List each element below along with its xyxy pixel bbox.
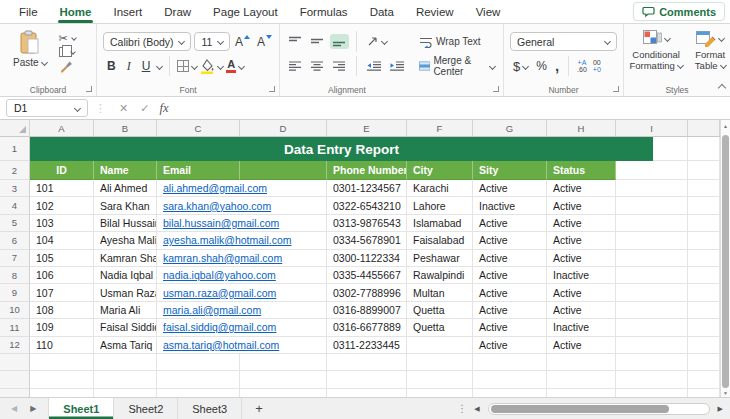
- cell-I-11[interactable]: [616, 319, 688, 336]
- sheet-tab-sheet3[interactable]: Sheet3: [178, 398, 242, 419]
- orientation-button[interactable]: [364, 34, 390, 49]
- cell-city-3[interactable]: Karachi: [407, 180, 473, 197]
- cell-name-4[interactable]: Sara Khan: [94, 197, 157, 214]
- cell-phone-8[interactable]: 0335-4455667: [327, 267, 407, 284]
- row-header-7[interactable]: 7: [0, 250, 30, 267]
- email-link-6[interactable]: ayesha.malik@hotmail.com: [157, 232, 327, 249]
- sheet-nav-right-icon[interactable]: ▶: [30, 404, 36, 413]
- fx-icon[interactable]: fx: [159, 101, 168, 116]
- hscroll-right-icon[interactable]: ▶: [718, 405, 723, 413]
- decrease-decimal-button[interactable]: 00+0: [591, 59, 603, 73]
- cell-city-10[interactable]: Quetta: [407, 302, 473, 319]
- empty-cell[interactable]: [473, 371, 547, 388]
- formula-input[interactable]: [176, 97, 724, 119]
- empty-cell[interactable]: [688, 389, 720, 397]
- column-header-A[interactable]: A: [30, 120, 94, 136]
- cell-phone-10[interactable]: 0316-8899007: [327, 302, 407, 319]
- align-right-button[interactable]: [330, 59, 349, 74]
- cell-name-12[interactable]: Asma Tariq: [94, 337, 157, 354]
- cell-status-7[interactable]: Active: [547, 250, 616, 267]
- column-header-G[interactable]: G: [473, 120, 547, 136]
- font-dialog-launcher[interactable]: [269, 86, 275, 92]
- cell-id-6[interactable]: 104: [30, 232, 94, 249]
- cell-id-8[interactable]: 106: [30, 267, 94, 284]
- menu-tab-file[interactable]: File: [8, 0, 49, 23]
- cell-sity-10[interactable]: Active: [473, 302, 547, 319]
- cell-name-9[interactable]: Usman Raza: [94, 284, 157, 301]
- comma-format-button[interactable]: ,: [552, 61, 562, 71]
- cell-I-7[interactable]: [616, 250, 688, 267]
- vertical-scrollbar-thumb[interactable]: [722, 135, 729, 388]
- row-header-11[interactable]: 11: [0, 319, 30, 336]
- empty-cell[interactable]: [157, 389, 240, 397]
- cell-I-6[interactable]: [616, 232, 688, 249]
- cell-partial-6[interactable]: [688, 232, 720, 249]
- paste-button[interactable]: Paste: [6, 29, 54, 75]
- cell-id-7[interactable]: 105: [30, 250, 94, 267]
- menu-tab-data[interactable]: Data: [359, 0, 405, 23]
- row-header-3[interactable]: 3: [0, 180, 30, 197]
- cell-sity-4[interactable]: Inactive: [473, 197, 547, 214]
- cell-partial-12[interactable]: [688, 337, 720, 354]
- empty-cell[interactable]: [327, 354, 407, 371]
- cell-name-10[interactable]: Maria Ali: [94, 302, 157, 319]
- header-cell-City[interactable]: City: [407, 161, 473, 180]
- merge-center-button[interactable]: Merge & Center: [416, 53, 498, 79]
- cell-phone-4[interactable]: 0322-6543210: [327, 197, 407, 214]
- cell-sity-5[interactable]: Active: [473, 215, 547, 232]
- cell-status-5[interactable]: Active: [547, 215, 616, 232]
- empty-cell[interactable]: [407, 389, 473, 397]
- menu-tab-view[interactable]: View: [465, 0, 512, 23]
- email-link-3[interactable]: ali.ahmed@gmail.com: [157, 180, 327, 197]
- number-format-select[interactable]: General: [510, 32, 617, 51]
- cell-partial-1[interactable]: [688, 137, 720, 161]
- empty-cell[interactable]: [407, 371, 473, 388]
- empty-cell[interactable]: [240, 371, 327, 388]
- percent-format-button[interactable]: %: [533, 57, 550, 75]
- align-left-button[interactable]: [286, 59, 305, 74]
- row-header-1[interactable]: 1: [0, 137, 30, 161]
- email-link-8[interactable]: nadia.iqbal@yahoo.com: [157, 267, 327, 284]
- header-cell-ID[interactable]: ID: [30, 161, 94, 180]
- cell-partial-7[interactable]: [688, 250, 720, 267]
- cell-phone-5[interactable]: 0313-9876543: [327, 215, 407, 232]
- row-header-10[interactable]: 10: [0, 302, 30, 319]
- empty-cell[interactable]: [473, 354, 547, 371]
- cell-city-9[interactable]: Multan: [407, 284, 473, 301]
- title-cell[interactable]: Data Entry Report: [30, 137, 653, 161]
- chevron-down-icon[interactable]: [238, 62, 245, 69]
- cell-phone-12[interactable]: 0311-2233445: [327, 337, 407, 354]
- cell-sity-7[interactable]: Active: [473, 250, 547, 267]
- empty-cell[interactable]: [240, 354, 327, 371]
- cell-phone-11[interactable]: 0316-6677889: [327, 319, 407, 336]
- header-cell-Name[interactable]: Name: [94, 161, 157, 180]
- name-box[interactable]: D1: [6, 99, 88, 117]
- cell-partial-3[interactable]: [688, 180, 720, 197]
- cell-partial-5[interactable]: [688, 215, 720, 232]
- cell-partial-4[interactable]: [688, 197, 720, 214]
- row-header-2[interactable]: 2: [0, 161, 30, 180]
- chevron-down-icon[interactable]: [217, 62, 224, 69]
- cancel-icon[interactable]: ✕: [119, 102, 128, 115]
- cell-status-8[interactable]: Inactive: [547, 267, 616, 284]
- empty-cell[interactable]: [157, 354, 240, 371]
- cell-name-11[interactable]: Faisal Siddiq: [94, 319, 157, 336]
- clipboard-dialog-launcher[interactable]: [86, 86, 92, 92]
- align-center-button[interactable]: [308, 59, 327, 74]
- cell-name-7[interactable]: Kamran Shah: [94, 250, 157, 267]
- menu-tab-insert[interactable]: Insert: [102, 0, 153, 23]
- align-top-button[interactable]: [286, 34, 305, 49]
- fill-color-button[interactable]: [200, 59, 215, 74]
- cell-id-11[interactable]: 109: [30, 319, 94, 336]
- column-header-E[interactable]: E: [327, 120, 407, 136]
- sheet-tab-sheet1[interactable]: Sheet1: [49, 398, 114, 419]
- underline-button[interactable]: U: [138, 58, 155, 74]
- increase-font-button[interactable]: A: [233, 35, 252, 49]
- row-header-9[interactable]: 9: [0, 284, 30, 301]
- cell-name-3[interactable]: Ali Ahmed: [94, 180, 157, 197]
- cell-city-4[interactable]: Lahore: [407, 197, 473, 214]
- cell-sity-6[interactable]: Active: [473, 232, 547, 249]
- cell-status-11[interactable]: Inactive: [547, 319, 616, 336]
- enter-icon[interactable]: ✓: [140, 102, 149, 115]
- horizontal-scrollbar-thumb[interactable]: [491, 405, 669, 413]
